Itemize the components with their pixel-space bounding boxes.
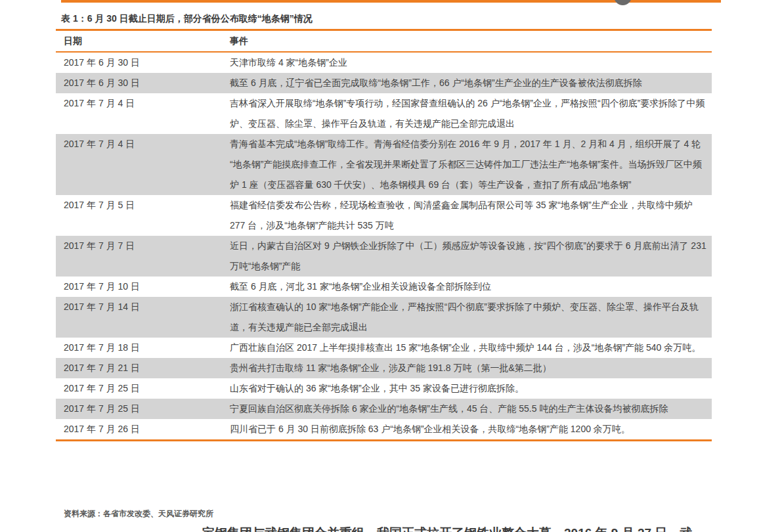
date-cell: 2017 年 7 月 26 日 bbox=[56, 419, 227, 439]
event-cell: 吉林省深入开展取缔“地条钢”专项行动，经国家督查组确认的 26 户“地条钢”企业… bbox=[227, 93, 712, 134]
table-row: 2017 年 7 月 7 日近日，内蒙古自治区对 9 户钢铁企业拆除了中（工）频… bbox=[56, 236, 712, 277]
event-cell: 广西壮族自治区 2017 上半年摸排核查出 15 家“地条钢”企业，共取缔中频炉… bbox=[227, 338, 712, 358]
table-row: 2017 年 7 月 25 日山东省对于确认的 36 家“地条钢”企业，其中 3… bbox=[56, 378, 712, 399]
table-row: 2017 年 7 月 18 日广西壮族自治区 2017 上半年摸排核查出 15 … bbox=[56, 338, 712, 358]
event-cell: 近日，内蒙古自治区对 9 户钢铁企业拆除了中（工）频感应炉等设备设施，按“四个彻… bbox=[227, 236, 712, 277]
event-cell: 贵州省共打击取缔 11 家“地条钢”企业，涉及产能 191.8 万吨（第一批&第… bbox=[227, 358, 712, 378]
date-cell: 2017 年 6 月 30 日 bbox=[56, 53, 227, 73]
table-row: 2017 年 7 月 5 日福建省经信委发布公告称，经现场检查验收，闽清盛鑫金属… bbox=[56, 195, 712, 236]
table-row: 2017 年 6 月 30 日截至 6 月底，辽宁省已全面完成取缔“地条钢”工作… bbox=[56, 73, 712, 93]
source-note: 资料来源：各省市发改委、天风证券研究所 bbox=[64, 508, 213, 520]
event-cell: 天津市取缔 4 家“地条钢”企业 bbox=[227, 53, 712, 73]
table-row: 2017 年 7 月 4 日吉林省深入开展取缔“地条钢”专项行动，经国家督查组确… bbox=[56, 93, 712, 134]
date-cell: 2017 年 7 月 7 日 bbox=[56, 236, 227, 277]
date-cell: 2017 年 7 月 4 日 bbox=[56, 134, 227, 195]
date-cell: 2017 年 7 月 10 日 bbox=[56, 277, 227, 297]
table-row: 2017 年 7 月 21 日贵州省共打击取缔 11 家“地条钢”企业，涉及产能… bbox=[56, 358, 712, 378]
event-cell: 截至 6 月底，河北 31 家“地条钢”企业相关设施设备全部拆除到位 bbox=[227, 277, 712, 297]
date-cell: 2017 年 7 月 4 日 bbox=[56, 93, 227, 134]
table-row: 2017 年 7 月 25 日宁夏回族自治区彻底关停拆除 6 家企业的“地条钢”… bbox=[56, 399, 712, 419]
table-row: 2017 年 7 月 4 日青海省基本完成“地条钢”取缔工作。青海省经信委分别在… bbox=[56, 134, 712, 195]
table-row: 2017 年 7 月 10 日截至 6 月底，河北 31 家“地条钢”企业相关设… bbox=[56, 277, 712, 297]
provinces-ban-table: 日期 事件 2017 年 6 月 30 日天津市取缔 4 家“地条钢”企业201… bbox=[56, 29, 712, 441]
event-cell: 山东省对于确认的 36 家“地条钢”企业，其中 35 家设备已进行彻底拆除。 bbox=[227, 378, 712, 399]
event-cell: 青海省基本完成“地条钢”取缔工作。青海省经信委分别在 2016 年 9 月，20… bbox=[227, 134, 712, 195]
date-cell: 2017 年 7 月 5 日 bbox=[56, 195, 227, 236]
date-cell: 2017 年 7 月 21 日 bbox=[56, 358, 227, 378]
table-body: 2017 年 6 月 30 日天津市取缔 4 家“地条钢”企业2017 年 6 … bbox=[56, 53, 712, 439]
table-title: 表 1：6 月 30 日截止日期后，部分省份公布取缔“地条钢”情况 bbox=[61, 13, 313, 25]
event-cell: 宁夏回族自治区彻底关停拆除 6 家企业的“地条钢”生产线，45 台、产能 55.… bbox=[227, 399, 712, 419]
table-row: 2017 年 7 月 14 日浙江省核查确认的 10 家“地条钢”产能企业，严格… bbox=[56, 297, 712, 338]
table-row: 2017 年 7 月 26 日四川省已于 6 月 30 日前彻底拆除 63 户“… bbox=[56, 419, 712, 439]
table-header-row: 日期 事件 bbox=[56, 31, 712, 53]
table-row: 2017 年 6 月 30 日天津市取缔 4 家“地条钢”企业 bbox=[56, 53, 712, 73]
column-header-date: 日期 bbox=[56, 31, 227, 51]
event-cell: 四川省已于 6 月 30 日前彻底拆除 63 户“地条钢”企业相关设备，共取缔“… bbox=[227, 419, 712, 439]
date-cell: 2017 年 7 月 25 日 bbox=[56, 378, 227, 399]
date-cell: 2017 年 7 月 18 日 bbox=[56, 338, 227, 358]
event-cell: 浙江省核查确认的 10 家“地条钢”产能企业，严格按照“四个彻底”要求拆除了中频… bbox=[227, 297, 712, 338]
event-cell: 福建省经信委发布公告称，经现场检查验收，闽清盛鑫金属制品有限公司等 35 家“地… bbox=[227, 195, 712, 236]
column-header-event: 事件 bbox=[227, 31, 712, 51]
date-cell: 2017 年 6 月 30 日 bbox=[56, 73, 227, 93]
page-curl-tab bbox=[614, 0, 632, 5]
date-cell: 2017 年 7 月 25 日 bbox=[56, 399, 227, 419]
next-section-clipped-text: 宝钢集团与武钢集团合并重组，我国正式拉开了钢铁业整合大幕。2016 年 9 月 … bbox=[202, 525, 692, 532]
event-cell: 截至 6 月底，辽宁省已全面完成取缔“地条钢”工作，66 户“地条钢”生产企业的… bbox=[227, 73, 712, 93]
date-cell: 2017 年 7 月 14 日 bbox=[56, 297, 227, 338]
